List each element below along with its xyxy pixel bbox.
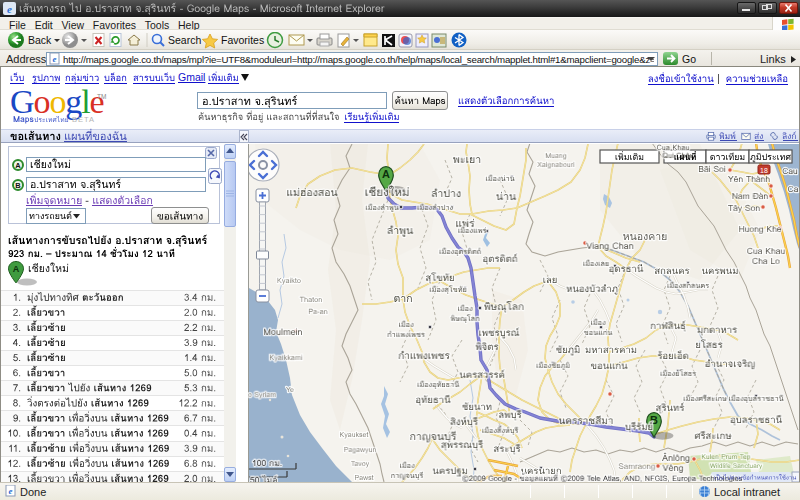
svg-text:e: e [9,486,13,496]
